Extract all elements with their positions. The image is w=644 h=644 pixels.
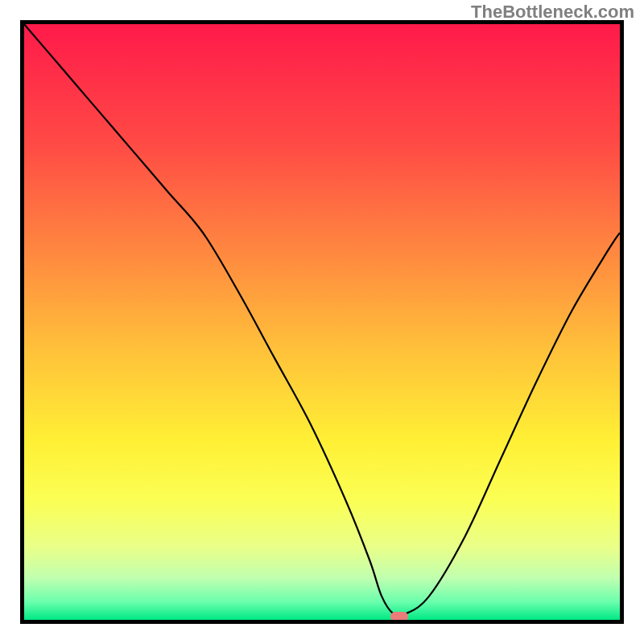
watermark-text: TheBottleneck.com (471, 2, 634, 23)
plot-frame (20, 20, 624, 624)
optimal-marker (390, 612, 408, 621)
chart-container: TheBottleneck.com (0, 0, 644, 644)
bottleneck-curve (24, 24, 620, 620)
